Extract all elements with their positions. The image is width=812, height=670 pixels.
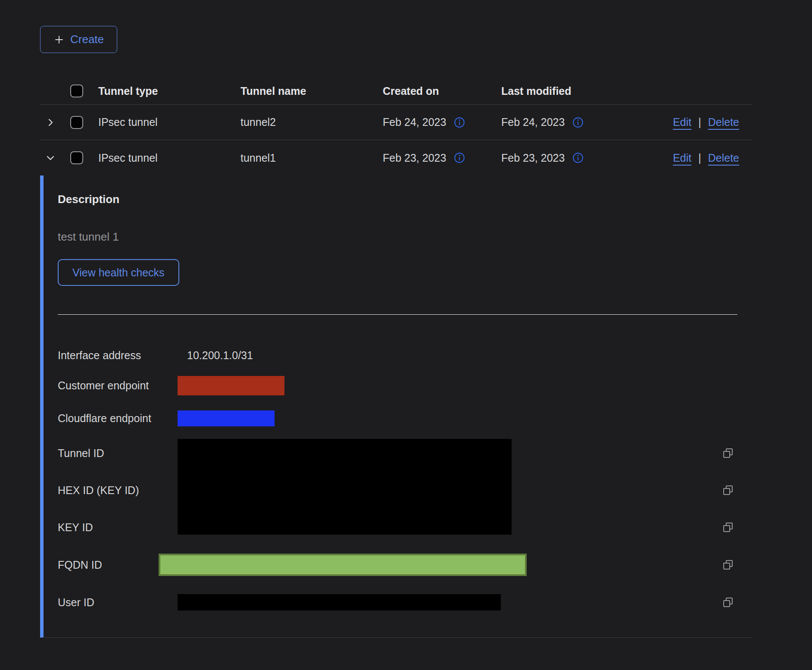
description-heading: Description bbox=[58, 193, 737, 206]
fqdn-id-redacted-value bbox=[159, 554, 527, 576]
interface-address-value: 10.200.1.0/31 bbox=[178, 349, 718, 362]
copy-icon[interactable] bbox=[722, 596, 734, 608]
edit-link[interactable]: Edit bbox=[673, 116, 691, 128]
chevron-right-icon[interactable] bbox=[45, 117, 56, 128]
header-last-modified: Last modified bbox=[493, 85, 612, 97]
cloudflare-endpoint-label: Cloudflare endpoint bbox=[58, 412, 178, 425]
description-text: test tunnel 1 bbox=[58, 230, 737, 244]
user-id-label: User ID bbox=[58, 596, 178, 609]
created-on-cell: Feb 23, 2023 bbox=[375, 152, 493, 164]
info-icon[interactable] bbox=[454, 117, 465, 128]
info-icon[interactable] bbox=[572, 152, 584, 163]
last-modified-date: Feb 23, 2023 bbox=[501, 152, 565, 164]
created-on-cell: Feb 24, 2023 bbox=[375, 116, 493, 128]
table-row: IPsec tunnel tunnel1 Feb 23, 2023 Feb 23… bbox=[40, 140, 752, 175]
copy-icon[interactable] bbox=[722, 559, 734, 571]
header-tunnel-type: Tunnel type bbox=[91, 85, 233, 97]
edit-link[interactable]: Edit bbox=[673, 152, 691, 164]
interface-address-label: Interface address bbox=[58, 349, 178, 362]
last-modified-cell: Feb 23, 2023 bbox=[493, 152, 612, 164]
delete-link[interactable]: Delete bbox=[708, 116, 739, 128]
copy-icon[interactable] bbox=[722, 484, 734, 496]
copy-icon[interactable] bbox=[722, 447, 734, 459]
row-checkbox[interactable] bbox=[70, 116, 83, 129]
actions-separator: | bbox=[698, 116, 701, 128]
row-checkbox[interactable] bbox=[70, 151, 83, 164]
tunnel-detail-fields: Interface address 10.200.1.0/31 Customer… bbox=[58, 341, 737, 621]
copy-icon[interactable] bbox=[722, 521, 734, 533]
cloudflare-endpoint-redacted-value bbox=[178, 410, 275, 426]
detail-divider bbox=[58, 314, 737, 315]
user-id-redacted-value bbox=[178, 594, 501, 611]
table-row: IPsec tunnel tunnel2 Feb 24, 2023 Feb 24… bbox=[40, 105, 752, 140]
delete-link[interactable]: Delete bbox=[708, 152, 739, 164]
customer-endpoint-redacted-value bbox=[178, 376, 284, 395]
ids-redacted-value bbox=[178, 439, 512, 535]
view-health-checks-button[interactable]: View health checks bbox=[58, 259, 179, 286]
header-created-on: Created on bbox=[375, 85, 493, 97]
create-button[interactable]: Create bbox=[40, 26, 117, 53]
plus-icon bbox=[53, 34, 65, 45]
hex-id-label: HEX ID (KEY ID) bbox=[58, 484, 178, 497]
tunnel-type-cell: IPsec tunnel bbox=[91, 152, 233, 164]
created-on-date: Feb 23, 2023 bbox=[383, 152, 446, 164]
tunnel-id-label: Tunnel ID bbox=[58, 447, 178, 460]
expanded-row-panel: Description test tunnel 1 View health ch… bbox=[40, 175, 752, 638]
customer-endpoint-label: Customer endpoint bbox=[58, 379, 178, 392]
tunnels-table: Tunnel type Tunnel name Created on Last … bbox=[40, 78, 752, 638]
last-modified-date: Feb 24, 2023 bbox=[501, 116, 565, 128]
tunnel-name-cell: tunnel2 bbox=[233, 116, 375, 128]
chevron-down-icon[interactable] bbox=[45, 153, 56, 163]
table-header-row: Tunnel type Tunnel name Created on Last … bbox=[40, 78, 752, 105]
created-on-date: Feb 24, 2023 bbox=[383, 116, 446, 128]
create-button-label: Create bbox=[70, 33, 104, 46]
tunnel-name-cell: tunnel1 bbox=[233, 152, 375, 164]
select-all-checkbox[interactable] bbox=[70, 85, 83, 97]
ipsec-tunnels-page: Create Tunnel type Tunnel name Created o… bbox=[0, 0, 812, 670]
actions-separator: | bbox=[698, 152, 701, 164]
info-icon[interactable] bbox=[572, 117, 584, 128]
header-tunnel-name: Tunnel name bbox=[233, 85, 375, 97]
last-modified-cell: Feb 24, 2023 bbox=[493, 116, 612, 128]
info-icon[interactable] bbox=[454, 152, 465, 163]
tunnel-type-cell: IPsec tunnel bbox=[91, 116, 233, 128]
key-id-label: KEY ID bbox=[58, 521, 178, 534]
